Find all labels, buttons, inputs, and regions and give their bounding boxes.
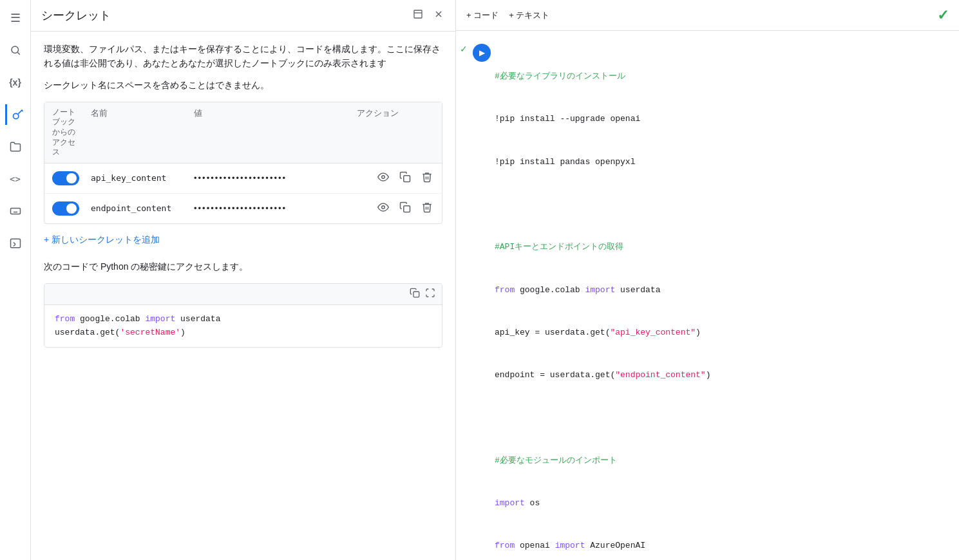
secret-actions-endpoint bbox=[357, 200, 434, 217]
svg-rect-14 bbox=[414, 10, 422, 18]
add-code-label: + コード bbox=[466, 10, 498, 21]
editor-toolbar: + コード + テキスト ✓ bbox=[456, 0, 959, 31]
delete-icon-api[interactable] bbox=[420, 170, 434, 187]
add-code-button[interactable]: + コード bbox=[466, 10, 498, 21]
sidebar-folder-icon[interactable] bbox=[5, 136, 26, 157]
svg-rect-11 bbox=[10, 239, 20, 248]
copy-icon-api[interactable] bbox=[398, 170, 412, 187]
secret-actions-api bbox=[357, 170, 434, 187]
panel-window-icon[interactable] bbox=[412, 8, 424, 23]
svg-line-4 bbox=[21, 110, 23, 111]
copy-icon-endpoint[interactable] bbox=[398, 200, 412, 217]
view-icon-endpoint[interactable] bbox=[376, 200, 390, 217]
svg-point-18 bbox=[382, 176, 385, 179]
description-text: 環境変数、ファイルパス、またはキーを保存することにより、コードを構成します。ここ… bbox=[44, 42, 442, 71]
cell-gutter-1: ✓ ▶ bbox=[456, 41, 495, 62]
svg-rect-19 bbox=[404, 176, 410, 182]
sidebar-keyboard-icon[interactable] bbox=[5, 201, 26, 221]
secrets-table: ノートブックからのアクセス 名前 値 アクション api_key_content… bbox=[44, 102, 442, 224]
code-cell-1: ✓ ▶ #必要なライブラリのインストール !pip install --upgr… bbox=[456, 31, 959, 560]
snippet-toolbar bbox=[44, 284, 442, 305]
editor-panel: + コード + テキスト ✓ ✓ ▶ #必要なライブラリのインストール !pip… bbox=[456, 0, 959, 560]
access-note: 次のコードで Python の秘密鍵にアクセスします。 bbox=[44, 261, 442, 273]
run-btn-1[interactable]: ▶ bbox=[473, 44, 491, 62]
code-snippet-body: from google.colab import userdata userda… bbox=[44, 305, 442, 348]
panel-close-icon[interactable] bbox=[432, 8, 445, 23]
editor-content: ✓ ▶ #必要なライブラリのインストール !pip install --upgr… bbox=[456, 31, 959, 560]
cell-code-1: #必要なライブラリのインストール !pip install --upgrade … bbox=[495, 41, 959, 560]
svg-point-20 bbox=[382, 206, 385, 209]
col-action: アクション bbox=[357, 107, 434, 158]
svg-rect-22 bbox=[413, 292, 419, 297]
toolbar-check-icon[interactable]: ✓ bbox=[937, 7, 949, 24]
secret-value-api: •••••••••••••••••••••• bbox=[194, 173, 357, 183]
sidebar: ☰ {x} <> bbox=[0, 0, 31, 560]
add-text-label: + テキスト bbox=[509, 10, 549, 21]
code-snippet-container: from google.colab import userdata userda… bbox=[44, 283, 442, 348]
svg-rect-21 bbox=[404, 206, 410, 212]
delete-icon-endpoint[interactable] bbox=[420, 200, 434, 217]
panel-body: 環境変数、ファイルパス、またはキーを保存することにより、コードを構成します。ここ… bbox=[31, 32, 455, 560]
svg-point-0 bbox=[12, 46, 19, 53]
svg-line-1 bbox=[17, 52, 19, 54]
col-access: ノートブックからのアクセス bbox=[52, 107, 91, 158]
svg-rect-5 bbox=[10, 209, 20, 214]
svg-line-3 bbox=[18, 110, 22, 114]
sidebar-menu-icon[interactable]: ☰ bbox=[5, 8, 26, 28]
sidebar-search-icon[interactable] bbox=[5, 40, 26, 61]
svg-point-2 bbox=[13, 113, 18, 118]
no-space-note: シークレット名にスペースを含めることはできません。 bbox=[44, 80, 442, 91]
secret-value-endpoint: •••••••••••••••••••••• bbox=[194, 203, 357, 213]
view-icon-api[interactable] bbox=[376, 170, 390, 187]
table-header: ノートブックからのアクセス 名前 値 アクション bbox=[44, 102, 442, 163]
add-secret-label: + 新しいシークレットを追加 bbox=[44, 234, 160, 246]
panel-header: シークレット bbox=[31, 0, 455, 32]
toolbar-left: + コード + テキスト bbox=[466, 10, 549, 21]
secrets-panel: シークレット 環境変数、ファイルパス、またはキーを保存することにより、コードを構… bbox=[31, 0, 456, 560]
add-text-button[interactable]: + テキスト bbox=[509, 10, 549, 21]
sidebar-key-icon[interactable] bbox=[5, 104, 26, 125]
svg-line-13 bbox=[14, 245, 15, 247]
toggle-api-key[interactable] bbox=[52, 171, 79, 185]
table-row: api_key_content •••••••••••••••••••••• bbox=[44, 163, 442, 194]
sidebar-terminal-icon[interactable] bbox=[5, 233, 26, 254]
sidebar-code-icon[interactable]: <> bbox=[5, 169, 26, 189]
sidebar-variable-icon[interactable]: {x} bbox=[5, 72, 26, 93]
panel-title: シークレット bbox=[41, 8, 111, 23]
col-value: 値 bbox=[194, 107, 357, 158]
snippet-copy-btn[interactable] bbox=[410, 288, 420, 301]
svg-line-12 bbox=[14, 243, 15, 245]
snippet-expand-btn[interactable] bbox=[425, 288, 435, 301]
col-name: 名前 bbox=[91, 107, 194, 158]
secret-name-endpoint: endpoint_content bbox=[91, 203, 194, 213]
table-row: endpoint_content •••••••••••••••••••••• bbox=[44, 194, 442, 223]
toggle-endpoint[interactable] bbox=[52, 201, 79, 216]
secret-name-api: api_key_content bbox=[91, 173, 194, 183]
add-secret-button[interactable]: + 新しいシークレットを追加 bbox=[44, 232, 160, 248]
cell-check-1: ✓ bbox=[460, 44, 468, 54]
panel-header-icons bbox=[412, 8, 445, 23]
